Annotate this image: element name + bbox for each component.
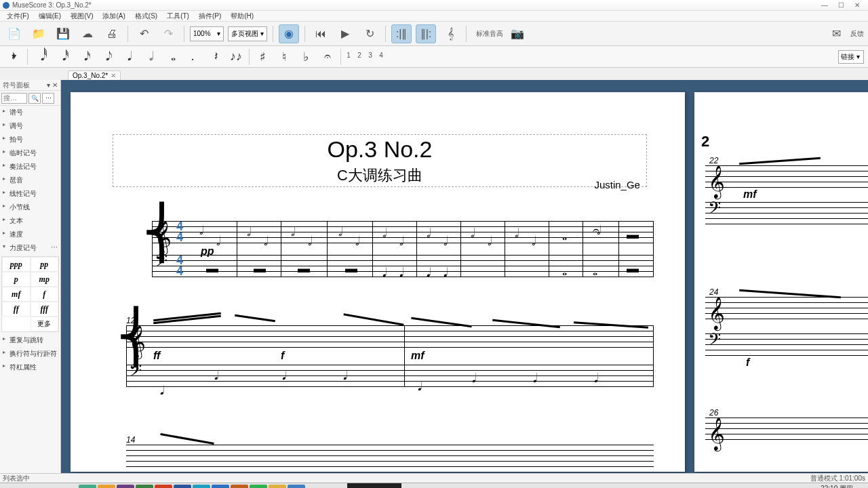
palette-item-keysig[interactable]: 调号 — [0, 119, 60, 133]
palette-item-breaks[interactable]: 换行符与行距符 — [0, 347, 60, 361]
note-quarter-button[interactable]: 𝅘𝅥 — [117, 48, 138, 66]
voice-2-button[interactable]: 2 — [355, 52, 364, 62]
dynamic-fff[interactable]: fff — [31, 302, 59, 317]
voice-3-button[interactable]: 3 — [366, 52, 375, 62]
natural-button[interactable]: ♮ — [274, 48, 294, 66]
palette-search-input[interactable] — [1, 93, 27, 104]
loop-out-button[interactable]: ∥|: — [416, 24, 436, 43]
menu-file[interactable]: 文件(F) — [3, 12, 33, 21]
menu-view[interactable]: 视图(V) — [66, 12, 97, 21]
time-signature[interactable]: 44 — [176, 221, 183, 243]
view-mode-select[interactable]: 多页视图▾ — [228, 26, 267, 41]
open-button[interactable]: 📁 — [28, 24, 49, 43]
flat-button[interactable]: ♭ — [296, 48, 316, 66]
search-icon[interactable]: 🔍 — [22, 485, 39, 489]
palette-item-tempo[interactable]: 速度 — [0, 228, 60, 241]
taskbar-app-8[interactable]: ◎ — [212, 485, 229, 489]
start-button[interactable]: ⊞ — [3, 485, 20, 489]
menu-edit[interactable]: 编辑(E) — [35, 12, 65, 21]
time-signature-bass[interactable]: 44 — [176, 255, 183, 277]
loop-button[interactable]: ↻ — [359, 24, 380, 43]
menu-add[interactable]: 添加(A) — [98, 12, 129, 21]
close-button[interactable]: ✕ — [849, 1, 865, 9]
note-input-mode-button[interactable]: 𝄽▾ — [4, 48, 24, 66]
document-tab[interactable]: Op.3_No.2* ✕ — [68, 70, 121, 80]
redo-button[interactable]: ↷ — [158, 24, 178, 43]
taskbar-app-2[interactable]: 🌐 — [98, 485, 115, 489]
cortana-icon[interactable]: ○ — [41, 485, 58, 489]
dynamic-mf[interactable]: mf — [2, 287, 31, 302]
print-button[interactable]: 🖨 — [102, 24, 122, 43]
tab-close-icon[interactable]: ✕ — [111, 72, 116, 79]
tie-button[interactable]: ♪♪ — [226, 48, 246, 66]
palette-item-beam-props[interactable]: 符杠属性 — [0, 361, 60, 374]
dynamic-pp[interactable]: pp — [31, 257, 59, 272]
palette-more-icon[interactable]: ⋯ — [42, 93, 54, 104]
palette-item-repeats[interactable]: 重复与跳转 — [0, 333, 60, 347]
dynamic-f[interactable]: f — [31, 287, 59, 302]
palette-item-articulations[interactable]: 奏法记号 — [0, 160, 60, 174]
taskbar-app-10[interactable]: 💬 — [250, 485, 267, 489]
score-title[interactable]: Op.3 No.2 — [113, 136, 646, 163]
zoom-select[interactable]: 100%▾ — [190, 26, 224, 41]
note-64th-button[interactable]: 𝅘𝅥𝅱 — [31, 48, 51, 66]
dynamic-marking-mf[interactable]: mf — [743, 188, 757, 201]
note-16th-button[interactable]: 𝅘𝅥𝅯 — [74, 48, 94, 66]
dynamic-p[interactable]: p — [2, 272, 31, 287]
save-button[interactable]: 💾 — [53, 24, 73, 43]
undo-button[interactable]: ↶ — [134, 24, 154, 43]
note-32nd-button[interactable]: 𝅘𝅥𝅰 — [52, 48, 73, 66]
menu-format[interactable]: 格式(S) — [131, 12, 161, 21]
rest[interactable]: ▬ — [298, 262, 310, 276]
dynamic-ppp[interactable]: ppp — [2, 257, 31, 272]
count-in-button[interactable]: 𝄞 — [440, 24, 460, 43]
menu-plugins[interactable]: 插件(P) — [195, 12, 225, 21]
score-composer[interactable]: Justin_Ge — [594, 179, 640, 190]
palette-item-text[interactable]: 文本 — [0, 214, 60, 228]
chord[interactable]: 𝄐𝅗𝅥 — [593, 224, 594, 238]
link-select[interactable]: 链接 ▾ — [838, 50, 864, 64]
rest[interactable]: ▬ — [627, 228, 639, 242]
minimize-button[interactable]: — — [816, 1, 833, 9]
tray-clock[interactable]: 22:10 周四 2022/8/18 — [821, 485, 853, 489]
taskbar-app-7[interactable]: ◧ — [193, 485, 210, 489]
dynamic-marking-ff[interactable]: ff — [153, 350, 160, 362]
mail-icon[interactable]: ✉ — [826, 24, 846, 43]
taskbar-app-4[interactable]: ◉ — [136, 485, 153, 489]
new-score-button[interactable]: 📄 — [4, 24, 24, 43]
voice-1-button[interactable]: 1 — [344, 52, 353, 62]
concert-pitch-label[interactable]: 标准音高 — [476, 29, 503, 39]
flip-button[interactable]: 𝄐 — [317, 48, 338, 66]
metronome-button[interactable]: ◉ — [279, 24, 299, 43]
task-view-icon[interactable]: ⧉ — [60, 485, 77, 489]
voice-4-button[interactable]: 4 — [376, 52, 386, 62]
palette-item-lines[interactable]: 线性记号 — [0, 187, 60, 201]
rest[interactable]: ▬ — [254, 262, 266, 276]
note-whole-button[interactable]: 𝅝 — [161, 48, 181, 66]
score-subtitle[interactable]: C大调练习曲 — [113, 165, 646, 186]
taskbar-app-9[interactable]: 🔥 — [231, 485, 248, 489]
taskbar-app-6[interactable]: W — [174, 485, 191, 489]
screenshot-button[interactable]: 📷 — [507, 24, 528, 43]
dynamic-mp[interactable]: mp — [31, 272, 59, 287]
dynamic-ff[interactable]: ff — [2, 302, 31, 317]
dynamic-marking-f[interactable]: f — [746, 357, 749, 369]
palette-item-accidentals[interactable]: 临时记号 — [0, 146, 60, 160]
dynamic-marking-mf[interactable]: mf — [411, 350, 425, 362]
score-canvas[interactable]: Op.3 No.2 C大调练习曲 Justin_Ge ⎨ 𝄞 44 𝅗𝅥 𝅗𝅥 — [61, 80, 868, 473]
dot-button[interactable]: . — [182, 48, 203, 66]
cloud-button[interactable]: ☁ — [77, 24, 98, 43]
title-frame[interactable]: Op.3 No.2 C大调练习曲 — [113, 134, 647, 187]
maximize-button[interactable]: ☐ — [833, 1, 849, 9]
taskbar-app-3[interactable]: Pr — [117, 485, 134, 489]
feedback-link[interactable]: 反馈 — [850, 29, 864, 39]
rest[interactable]: ▬ — [206, 262, 218, 276]
rest[interactable]: ▬ — [627, 262, 639, 276]
palette-item-timesig[interactable]: 拍号 — [0, 133, 60, 146]
menu-help[interactable]: 帮助(H) — [226, 12, 258, 21]
search-icon[interactable]: 🔍 — [28, 93, 41, 104]
rest[interactable]: ▬ — [345, 262, 357, 276]
note-8th-button[interactable]: 𝅘𝅥𝅮 — [96, 48, 116, 66]
palette-close-icon[interactable]: ▾ ✕ — [47, 81, 58, 89]
palette-item-barlines[interactable]: 小节线 — [0, 201, 60, 214]
